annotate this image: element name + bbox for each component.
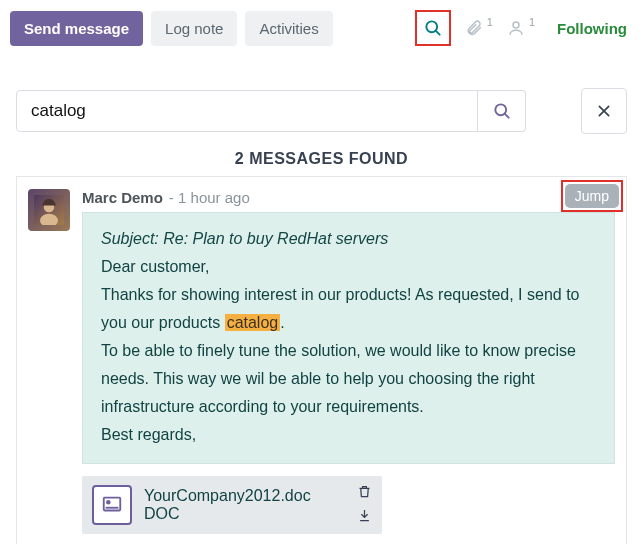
chatter-toolbar: Send message Log note Activities 1 1 Fol… <box>0 0 643 54</box>
svg-line-1 <box>435 31 439 35</box>
message-subject: Subject: Re: Plan to buy RedHat servers <box>101 225 596 253</box>
svg-point-11 <box>107 501 110 504</box>
attachment-card[interactable]: YourCompany2012.doc DOC <box>82 476 382 534</box>
search-icon <box>423 18 443 38</box>
attachment-name: YourCompany2012.doc <box>144 487 311 505</box>
following-button[interactable]: Following <box>557 20 627 37</box>
message-greeting: Dear customer, <box>101 253 596 281</box>
download-icon <box>357 508 372 523</box>
svg-line-4 <box>504 114 508 118</box>
close-search-button[interactable] <box>581 88 627 134</box>
search-toggle-button[interactable] <box>415 10 451 46</box>
message-author[interactable]: Marc Demo <box>82 189 163 206</box>
jump-highlight: Jump <box>561 180 623 212</box>
message-signoff: Best regards, <box>101 421 596 449</box>
run-search-button[interactable] <box>478 90 526 132</box>
send-message-button[interactable]: Send message <box>10 11 143 46</box>
paperclip-icon <box>465 19 483 37</box>
message-search-input[interactable] <box>16 90 478 132</box>
message-body-line2: To be able to finely tune the solution, … <box>101 337 596 421</box>
attachments-number: 1 <box>487 16 493 28</box>
trash-icon <box>357 484 372 499</box>
followers-count[interactable]: 1 <box>507 19 535 37</box>
svg-point-2 <box>513 22 519 28</box>
delete-attachment-button[interactable] <box>357 484 372 502</box>
close-icon <box>596 103 612 119</box>
avatar <box>28 189 70 231</box>
results-heading: 2 MESSAGES FOUND <box>0 150 643 168</box>
activities-button[interactable]: Activities <box>245 11 332 46</box>
download-attachment-button[interactable] <box>357 508 372 526</box>
message-bubble: Subject: Re: Plan to buy RedHat servers … <box>82 212 615 464</box>
message-item: Marc Demo - 1 hour ago Jump Subject: Re:… <box>17 177 626 544</box>
person-icon <box>507 19 525 37</box>
log-note-button[interactable]: Log note <box>151 11 237 46</box>
search-match: catalog <box>225 314 281 331</box>
search-bar-row <box>0 88 643 134</box>
message-list: Marc Demo - 1 hour ago Jump Subject: Re:… <box>16 176 627 544</box>
document-icon <box>92 485 132 525</box>
attachments-count[interactable]: 1 <box>465 19 493 37</box>
message-body-line1: Thanks for showing interest in our produ… <box>101 281 596 337</box>
attachment-type: DOC <box>144 505 311 523</box>
followers-number: 1 <box>529 16 535 28</box>
search-icon <box>492 101 512 121</box>
jump-button[interactable]: Jump <box>565 184 619 208</box>
message-time: - 1 hour ago <box>169 189 250 206</box>
